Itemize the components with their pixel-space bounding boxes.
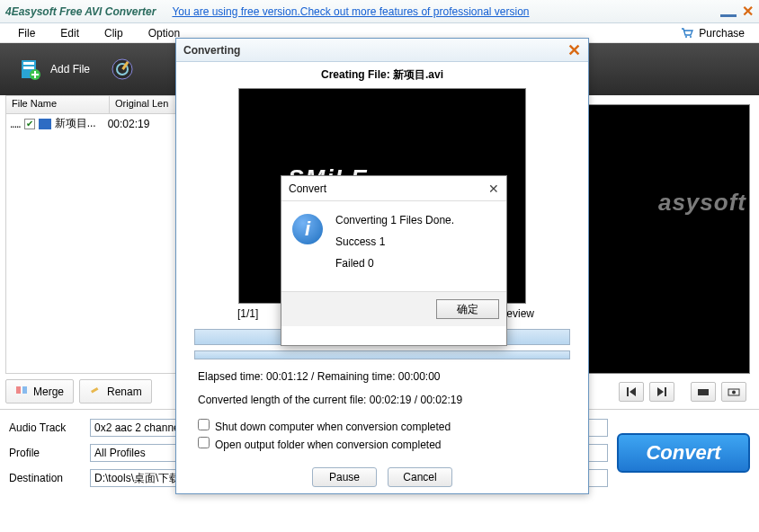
cart-icon bbox=[681, 28, 693, 39]
window-titlebar: 4Easysoft Free AVI Converter You are usi… bbox=[0, 0, 759, 23]
audio-track-label: Audio Track bbox=[9, 421, 81, 434]
row-checkbox[interactable]: ✔ bbox=[24, 119, 35, 129]
watermark-text: asysoft bbox=[658, 189, 746, 217]
merge-label: Merge bbox=[33, 386, 64, 398]
row-length: 00:02:19 bbox=[108, 118, 150, 130]
svg-point-14 bbox=[732, 390, 736, 394]
remaining-time: 00:00:00 bbox=[398, 370, 441, 383]
total-progress-bar bbox=[194, 350, 570, 359]
add-file-icon bbox=[18, 57, 43, 82]
time-info: Elapsed time: 00:01:12 / Remaining time:… bbox=[176, 365, 588, 388]
rename-label: Renam bbox=[107, 386, 142, 398]
length-info: Converted length of the current file: 00… bbox=[176, 388, 588, 412]
col-orig-len[interactable]: Original Len bbox=[110, 96, 184, 113]
pause-button[interactable]: Pause bbox=[312, 467, 377, 487]
svg-rect-10 bbox=[22, 386, 27, 394]
converted-pos: 00:02:19 bbox=[370, 394, 412, 406]
convert-done-messagebox: Convert ✕ i Converting 1 Files Done. Suc… bbox=[281, 175, 507, 346]
promo-link[interactable]: You are using free version.Check out mor… bbox=[172, 5, 529, 18]
add-file-label: Add File bbox=[50, 63, 90, 75]
video-file-icon bbox=[39, 119, 51, 129]
promo-link-wrapper: You are using free version.Check out mor… bbox=[172, 5, 529, 18]
menu-edit[interactable]: Edit bbox=[48, 25, 92, 41]
svg-rect-4 bbox=[23, 66, 34, 69]
openfolder-checkbox-label[interactable]: Open output folder when conversion compl… bbox=[198, 435, 567, 453]
svg-point-0 bbox=[685, 36, 687, 38]
list-item[interactable]: ..... ✔ 新项目... 00:02:19 bbox=[6, 114, 184, 133]
svg-rect-9 bbox=[16, 386, 21, 394]
app-title: 4Easysoft Free AVI Converter bbox=[5, 5, 156, 18]
merge-button[interactable]: Merge bbox=[5, 379, 74, 403]
merge-icon bbox=[15, 384, 28, 399]
destination-label: Destination bbox=[9, 472, 81, 484]
svg-point-6 bbox=[112, 59, 132, 79]
info-icon: i bbox=[292, 214, 323, 244]
profile-label: Profile bbox=[9, 447, 81, 459]
player-prev-button[interactable] bbox=[619, 382, 644, 402]
menu-file[interactable]: File bbox=[5, 25, 48, 41]
preview-mode-label: review bbox=[503, 307, 534, 320]
row-filename: 新项目... bbox=[55, 116, 104, 131]
file-list: File Name Original Len ..... ✔ 新项目... 00… bbox=[5, 95, 185, 374]
convert-button[interactable]: Convert bbox=[617, 433, 750, 473]
creating-file-label: Creating File: 新项目.avi bbox=[176, 62, 588, 88]
svg-rect-11 bbox=[91, 387, 98, 394]
svg-rect-3 bbox=[23, 62, 34, 65]
menu-purchase[interactable]: Purchase bbox=[699, 27, 745, 40]
svg-rect-12 bbox=[698, 389, 709, 395]
add-file-button[interactable]: Add File bbox=[9, 53, 99, 85]
svg-point-1 bbox=[690, 36, 692, 38]
messagebox-text: Converting 1 Files Done. Success 1 Faile… bbox=[335, 214, 454, 279]
dialog-title: Converting bbox=[183, 44, 240, 57]
shutdown-checkbox-label[interactable]: Shut down computer when conversion compl… bbox=[198, 417, 567, 435]
messagebox-ok-button[interactable]: 确定 bbox=[436, 299, 499, 319]
openfolder-checkbox[interactable] bbox=[198, 437, 210, 448]
row-handle-icon: ..... bbox=[10, 118, 21, 130]
messagebox-title: Convert bbox=[289, 182, 326, 195]
shutdown-checkbox[interactable] bbox=[198, 419, 210, 430]
player-snapshot-button[interactable] bbox=[691, 382, 716, 402]
pencil-icon bbox=[89, 384, 102, 399]
rename-button[interactable]: Renam bbox=[79, 379, 152, 403]
player-next-button[interactable] bbox=[649, 382, 674, 402]
window-minimize-button[interactable] bbox=[720, 3, 737, 17]
menu-clip[interactable]: Clip bbox=[92, 25, 136, 41]
dialog-close-button[interactable]: ✕ bbox=[567, 40, 581, 60]
edit-tool-icon[interactable] bbox=[110, 57, 135, 82]
elapsed-time: 00:01:12 bbox=[266, 370, 308, 383]
cancel-button[interactable]: Cancel bbox=[388, 467, 452, 487]
messagebox-close-button[interactable]: ✕ bbox=[488, 182, 499, 196]
player-camera-button[interactable] bbox=[721, 382, 746, 402]
window-close-button[interactable]: ✕ bbox=[742, 3, 754, 20]
col-filename[interactable]: File Name bbox=[6, 96, 110, 113]
